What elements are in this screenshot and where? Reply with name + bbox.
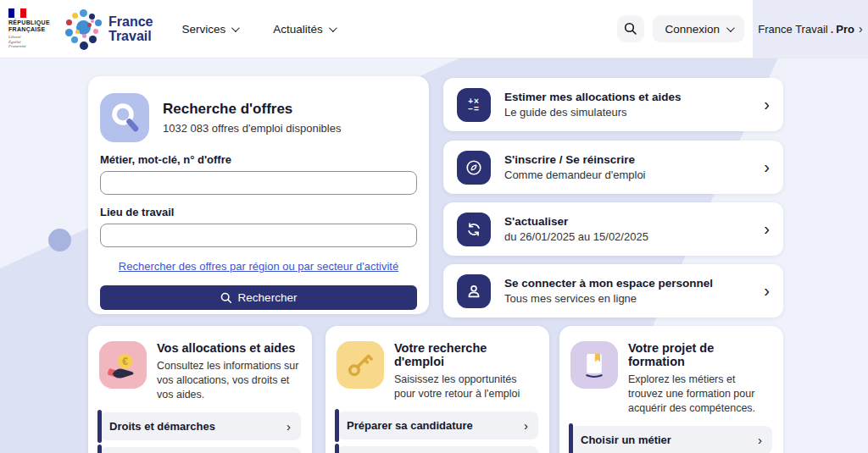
keyword-field-label: Métier, mot-clé, n° d'offre xyxy=(100,153,417,166)
search-button-label: Rechercher xyxy=(238,291,298,304)
header-search-button[interactable] xyxy=(617,15,644,42)
gov-motto: Liberté Égalité Fraternité xyxy=(8,35,56,49)
link-comprendre-calcul[interactable]: Comprendre le calcul de l'allocation › xyxy=(99,447,301,453)
link-preparer-candidature[interactable]: Préparer sa candidature › xyxy=(337,412,538,439)
header: RÉPUBLIQUE FRANÇAISE Liberté Égalité Fra… xyxy=(0,0,868,58)
link-trouver-emploi[interactable]: Trouver un emploi › xyxy=(337,446,538,453)
quicklink-sinscrire[interactable]: S'inscrire / Se réinscrire Comme demande… xyxy=(443,141,783,194)
chevron-right-icon: › xyxy=(764,281,770,301)
quicklink-subtitle: Comme demandeur d'emploi xyxy=(504,168,646,181)
section-allocations: € Vos allocations et aides Consultez les… xyxy=(88,326,312,453)
quicklink-sactualiser[interactable]: S'actualiser du 26/01/2025 au 15/02/2025… xyxy=(443,202,783,256)
quicklink-subtitle: Tous mes services en ligne xyxy=(504,292,713,305)
chevron-right-icon: › xyxy=(758,433,762,447)
search-card-title: Recherche d'offres xyxy=(163,101,341,118)
search-icon xyxy=(624,22,637,36)
svg-text:€: € xyxy=(122,356,128,367)
republique-francaise-logo: RÉPUBLIQUE FRANÇAISE Liberté Égalité Fra… xyxy=(8,8,56,49)
chevron-right-icon: › xyxy=(859,22,863,36)
france-travail-homepage: RÉPUBLIQUE FRANÇAISE Liberté Égalité Fra… xyxy=(0,0,868,453)
refresh-icon xyxy=(457,213,491,246)
link-droits-et-demarches[interactable]: Droits et démarches › xyxy=(99,412,301,440)
nav-actualites-label: Actualités xyxy=(273,23,323,36)
connexion-button[interactable]: Connexion xyxy=(653,15,744,42)
section-title: Vos allocations et aides xyxy=(157,341,301,355)
chevron-down-icon xyxy=(329,24,337,32)
quicklink-title: Se connecter à mon espace personnel xyxy=(504,277,713,290)
nav-actualites[interactable]: Actualités xyxy=(273,23,335,36)
quicklink-estimer-allocations[interactable]: +× −= Estimer mes allocations et aides L… xyxy=(443,78,783,131)
france-travail-logo[interactable]: France Travail xyxy=(64,8,153,50)
hand-euro-icon: € xyxy=(99,341,147,389)
connexion-label: Connexion xyxy=(665,23,720,36)
pro-prefix: France Travail xyxy=(758,23,827,36)
french-flag-icon xyxy=(8,8,26,18)
section-description: Consultez les informations sur vos alloc… xyxy=(157,359,301,402)
section-title: Votre recherche d'emploi xyxy=(394,341,538,368)
chevron-down-icon xyxy=(231,24,240,32)
location-input[interactable] xyxy=(100,224,417,247)
chevron-right-icon: › xyxy=(764,95,770,114)
job-search-card: Recherche d'offres 1032 083 offres d'emp… xyxy=(88,76,429,314)
search-by-region-link[interactable]: Rechercher des offres par région ou par … xyxy=(100,260,417,273)
keyword-input[interactable] xyxy=(100,171,417,195)
search-submit-button[interactable]: Rechercher xyxy=(100,285,417,310)
person-icon xyxy=(457,274,491,308)
link-choisir-metier[interactable]: Choisir un métier › xyxy=(570,426,772,453)
chevron-right-icon: › xyxy=(524,418,528,433)
quicklink-title: S'inscrire / Se réinscrire xyxy=(504,153,646,166)
location-field-label: Lieu de travail xyxy=(100,206,417,218)
chevron-right-icon: › xyxy=(764,157,770,177)
gov-line1: RÉPUBLIQUE xyxy=(8,19,56,26)
quicklink-subtitle: du 26/01/2025 au 15/02/2025 xyxy=(504,230,648,243)
quicklink-title: S'actualiser xyxy=(504,215,648,228)
nav-services-label: Services xyxy=(181,23,225,36)
book-icon xyxy=(570,341,618,389)
register-icon xyxy=(457,151,491,185)
section-description: Saisissez les opportunités pour votre re… xyxy=(394,373,538,401)
section-recherche-emploi: Votre recherche d'emploi Saisissez les o… xyxy=(326,326,549,453)
pro-separator: . xyxy=(831,23,834,36)
search-card-header: Recherche d'offres 1032 083 offres d'emp… xyxy=(100,93,417,142)
gov-logo-text: RÉPUBLIQUE FRANÇAISE xyxy=(8,19,56,33)
france-travail-dots-icon xyxy=(64,8,102,50)
section-projet-formation: Votre projet de formation Explorez les m… xyxy=(559,326,783,453)
quicklink-title: Estimer mes allocations et aides xyxy=(504,91,682,103)
key-icon xyxy=(337,341,384,389)
chevron-right-icon: › xyxy=(287,419,291,434)
background-decor-circle xyxy=(48,229,71,251)
france-travail-pro-link[interactable]: France Travail . Pro › xyxy=(753,0,868,58)
quicklink-espace-personnel[interactable]: Se connecter à mon espace personnel Tous… xyxy=(443,264,783,318)
france-travail-wordmark: France Travail xyxy=(108,14,153,43)
calculator-icon: +× −= xyxy=(457,88,491,122)
section-title: Votre projet de formation xyxy=(628,341,772,368)
quicklink-subtitle: Le guide des simulateurs xyxy=(504,106,682,119)
magnifier-icon xyxy=(100,93,149,142)
offers-count: 1032 083 offres d'emploi disponibles xyxy=(163,122,341,135)
section-description: Explorez les métiers et trouvez une form… xyxy=(628,373,772,416)
chevron-down-icon xyxy=(726,24,735,32)
search-icon xyxy=(220,292,232,304)
pro-bold: Pro xyxy=(836,23,854,36)
nav-services[interactable]: Services xyxy=(181,23,237,36)
chevron-right-icon: › xyxy=(764,219,770,239)
gov-line2: FRANÇAISE xyxy=(8,26,56,33)
